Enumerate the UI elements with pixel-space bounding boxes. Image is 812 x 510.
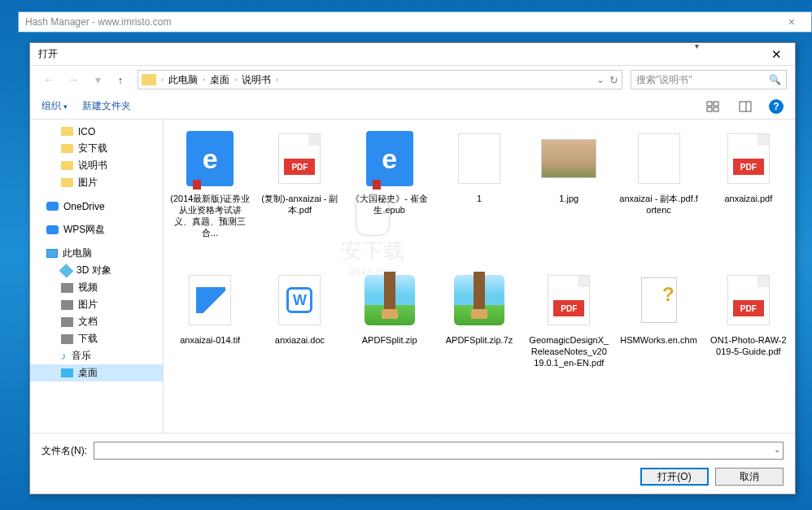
file-thumb [630,129,688,188]
file-item[interactable]: PDFanxaizai.pdf [705,126,792,264]
file-item[interactable]: 1.jpg [526,126,612,264]
music-icon: ♪ [61,350,67,362]
breadcrumb-dropdown[interactable]: ⌄ [596,74,605,85]
folder-tree[interactable]: ICO安下载说明书图片OneDriveWPS网盘此电脑3D 对象视频图片文档下载… [30,120,164,433]
tree-item[interactable]: 图片 [30,296,163,313]
tree-item[interactable]: OneDrive [30,198,163,215]
tree-item-label: 说明书 [78,159,107,172]
tree-item[interactable]: ICO [30,123,163,140]
tree-item[interactable]: 3D 对象 [30,262,163,279]
tif-icon [189,275,231,325]
cloud-icon [46,202,59,211]
tree-item-label: 安下载 [78,142,107,155]
zip-icon [365,275,415,325]
file-label: GeomagicDesignX_ReleaseNotes_v2019.0.1_e… [529,334,609,368]
nav-up-button[interactable]: ↑ [111,71,129,89]
edge-icon: e [366,131,413,186]
nav-back-button[interactable]: ← [38,69,59,90]
preview-pane-button[interactable] [736,98,754,116]
file-thumb: PDF [719,271,778,329]
tree-item-label: 图片 [78,176,98,190]
file-thumb [450,271,509,329]
tree-item[interactable]: 桌面 [30,364,163,381]
nav-forward-button[interactable]: → [63,69,84,90]
tree-item[interactable]: 说明书 [30,157,163,174]
tree-item[interactable]: WPS网盘 [30,221,163,238]
ic-icon [61,317,73,327]
view-mode-button[interactable]: ▾ [704,98,722,116]
refresh-button[interactable]: ↻ [609,74,618,86]
file-item[interactable]: anxaizai-014.tif [167,268,253,406]
cancel-button[interactable]: 取消 [715,468,784,486]
breadcrumb-item[interactable]: 此电脑 [165,73,201,87]
file-thumb [630,271,688,329]
tree-item[interactable]: 文档 [30,313,163,330]
file-thumb [539,129,598,188]
file-item[interactable]: e(2014最新版)证券业从业资格考试讲义、真题、预测三合... [167,126,253,264]
doc-icon: W [278,275,321,325]
svg-rect-2 [707,107,712,111]
tree-item-label: 音乐 [72,349,91,363]
tree-item[interactable]: 视频 [30,279,163,296]
img-icon [541,139,596,178]
pdf-icon: PDF [727,133,770,184]
filename-input[interactable]: ⌄ [94,442,784,460]
breadcrumb-item[interactable]: 说明书 [238,73,274,87]
file-item[interactable]: anxaizai - 副本.pdf.fortenc [615,126,701,264]
file-grid[interactable]: 安下载 anxz.com e(2014最新版)证券业从业资格考试讲义、真题、预测… [164,120,795,433]
breadcrumb-bar[interactable]: › 此电脑 › 桌面 › 说明书 › ⌄ ↻ [138,70,622,89]
file-label: 《大国秘史》- 崔金生.epub [350,193,430,216]
open-button[interactable]: 打开(O) [640,468,709,486]
folder-icon [61,127,73,136]
help-button[interactable]: ? [769,99,784,114]
svg-rect-3 [714,107,718,111]
file-item[interactable]: e《大国秘史》- 崔金生.epub [347,126,433,264]
tree-item[interactable]: 图片 [30,174,163,191]
pdf-icon: PDF [278,133,321,184]
dialog-body: ICO安下载说明书图片OneDriveWPS网盘此电脑3D 对象视频图片文档下载… [30,120,795,433]
file-item[interactable]: 1 [436,126,522,264]
file-item[interactable]: Wanxiazai.doc [256,268,343,406]
file-thumb: e [360,129,419,188]
folder-icon [61,144,73,153]
search-input[interactable]: 搜索"说明书" 🔍 [631,70,787,89]
file-label: ON1-Photo-RAW-2019-5-Guide.pdf [709,334,788,357]
search-icon[interactable]: 🔍 [769,74,781,85]
blank-icon [458,133,500,184]
file-label: HSMWorks.en.chm [620,334,697,346]
file-item[interactable]: PDFON1-Photo-RAW-2019-5-Guide.pdf [705,268,792,406]
file-item[interactable]: PDFGeomagicDesignX_ReleaseNotes_v2019.0.… [526,268,612,406]
tree-item[interactable]: 安下载 [30,140,163,157]
filename-dropdown-icon[interactable]: ⌄ [774,445,780,454]
file-thumb [450,129,509,188]
parent-window-titlebar: Hash Manager - www.imristo.com × [18,11,812,33]
dialog-close-button[interactable]: ✕ [759,44,793,65]
tree-item-label: ICO [78,126,95,137]
organize-menu[interactable]: 组织 ▾ [41,99,68,113]
nav-row: ← → ▾ ↑ › 此电脑 › 桌面 › 说明书 › ⌄ ↻ 搜索"说明书" 🔍 [30,66,795,94]
nav-history-dropdown[interactable]: ▾ [87,69,108,90]
new-folder-button[interactable]: 新建文件夹 [82,99,131,113]
search-placeholder: 搜索"说明书" [636,73,692,87]
file-item[interactable]: PDF(复制)-anxaizai - 副本.pdf [256,126,343,264]
zip-icon [454,275,504,325]
file-label: APDFSplit.zip [362,334,417,346]
svg-rect-1 [714,102,718,106]
breadcrumb-item[interactable]: 桌面 [207,73,233,87]
file-item[interactable]: HSMWorks.en.chm [615,268,701,406]
file-thumb: PDF [719,129,778,188]
file-item[interactable]: APDFSplit.zip.7z [436,268,522,406]
file-label: (2014最新版)证券业从业资格考试讲义、真题、预测三合... [170,193,250,238]
dialog-title: 打开 [38,47,759,61]
tree-item-label: 3D 对象 [76,264,111,277]
tree-item[interactable]: 下载 [30,330,163,347]
tree-item[interactable]: ♪音乐 [30,347,163,364]
pdf-icon: PDF [727,275,770,325]
file-item[interactable]: APDFSplit.zip [347,268,433,406]
parent-close-button[interactable]: × [779,15,805,28]
parent-window-title: Hash Manager - www.imristo.com [25,16,779,28]
folder-icon [61,161,73,170]
file-label: 1.jpg [559,193,578,204]
folder-icon [142,74,156,85]
tree-item[interactable]: 此电脑 [30,245,163,262]
